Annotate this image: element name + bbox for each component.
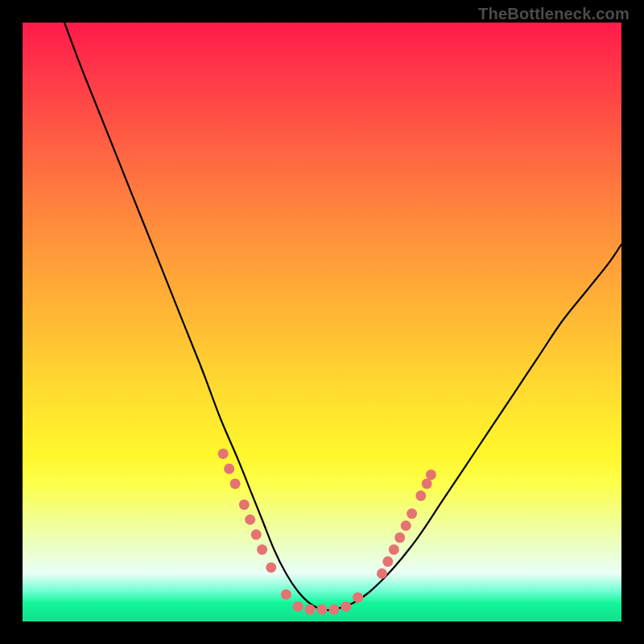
salmon-dot xyxy=(281,589,291,600)
watermark-text: TheBottleneck.com xyxy=(478,5,630,23)
salmon-dot xyxy=(293,601,303,612)
salmon-dot xyxy=(218,448,229,459)
salmon-dot xyxy=(317,605,328,615)
salmon-dot xyxy=(407,509,417,519)
salmon-dot xyxy=(251,530,262,540)
salmon-dot xyxy=(377,568,387,579)
salmon-dot xyxy=(266,563,276,573)
chart-svg xyxy=(23,23,621,621)
salmon-dot xyxy=(389,544,399,555)
chart-stage: TheBottleneck.com xyxy=(0,0,644,644)
salmon-dot xyxy=(245,514,255,525)
salmon-dot xyxy=(401,521,411,531)
salmon-dot xyxy=(426,469,436,480)
salmon-dot xyxy=(328,605,339,615)
salmon-dot xyxy=(394,532,405,543)
salmon-dot xyxy=(257,544,267,555)
bottleneck-curve xyxy=(64,23,621,610)
salmon-dot xyxy=(382,556,393,567)
salmon-dot xyxy=(230,478,241,489)
salmon-dot xyxy=(239,499,250,510)
salmon-dot xyxy=(353,592,363,603)
salmon-dot xyxy=(224,464,234,474)
salmon-dot xyxy=(422,478,432,489)
salmon-dots-group xyxy=(218,448,436,614)
salmon-dot xyxy=(415,490,426,501)
plot-area xyxy=(23,23,621,621)
salmon-dot xyxy=(305,605,316,615)
salmon-dot xyxy=(341,601,351,612)
